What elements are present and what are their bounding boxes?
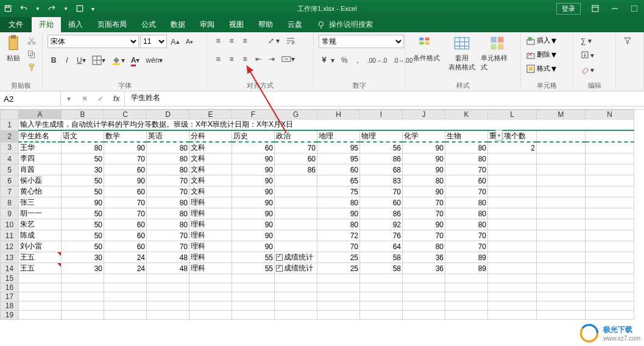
cell[interactable]: 70 [147, 175, 189, 186]
paste-button[interactable]: 粘贴 [5, 35, 22, 63]
tab-home[interactable]: 开始 [32, 17, 61, 32]
cell[interactable]: 56 [360, 142, 403, 154]
quickaccess-more-icon[interactable]: ▾ [88, 0, 98, 17]
cell[interactable]: 理科 [189, 263, 232, 274]
phonetic-button[interactable]: wén ▾ [143, 54, 165, 66]
cell-styles-button[interactable]: 单元格样式 [481, 35, 514, 72]
cell[interactable]: 黄心怡 [19, 186, 62, 197]
column-header[interactable]: E [189, 110, 232, 119]
row-header[interactable]: 14 [1, 263, 19, 274]
dedent-button[interactable]: ⇤ [252, 53, 264, 65]
cell[interactable] [488, 292, 537, 302]
cell[interactable]: 王华 [19, 142, 62, 154]
cell[interactable]: 60 [104, 219, 147, 230]
cell[interactable] [19, 283, 62, 292]
minimize-icon[interactable] [605, 0, 625, 17]
cell[interactable]: 90 [232, 230, 275, 241]
insert-function-button[interactable]: fx [108, 91, 124, 106]
cell[interactable] [275, 274, 317, 283]
cell[interactable]: 55 [232, 252, 275, 263]
row-header[interactable]: 11 [1, 230, 19, 241]
cell[interactable]: 70 [104, 154, 147, 164]
cell[interactable] [275, 283, 317, 292]
cell[interactable] [537, 292, 586, 302]
column-header[interactable]: K [445, 110, 488, 119]
number-format-select[interactable]: 常规 [319, 35, 404, 48]
row-header[interactable]: 12 [1, 241, 19, 252]
cell[interactable] [317, 311, 360, 320]
column-header[interactable]: H [317, 110, 360, 119]
cell[interactable]: 文科 [189, 154, 232, 164]
row-header[interactable]: 1 [1, 119, 19, 131]
cell[interactable] [537, 263, 586, 274]
cell[interactable] [403, 302, 445, 311]
format-cells-button[interactable]: 格式 ▾ [526, 63, 556, 74]
row-header[interactable]: 13 [1, 252, 19, 263]
cell[interactable]: 90 [232, 154, 275, 164]
cell[interactable] [586, 283, 634, 292]
cell[interactable]: 70 [317, 241, 360, 252]
cell[interactable]: 60 [360, 197, 403, 208]
cell[interactable] [537, 219, 586, 230]
cell[interactable] [445, 302, 488, 311]
cell[interactable]: 理科 [189, 197, 232, 208]
cell[interactable] [537, 241, 586, 252]
cell[interactable] [537, 175, 586, 186]
save-icon[interactable] [0, 0, 16, 17]
cell[interactable]: 70 [445, 230, 488, 241]
cell[interactable] [275, 292, 317, 302]
caret-down-icon[interactable]: ▼ [60, 0, 72, 17]
accounting-format-button[interactable]: ¥ ▾ [319, 54, 337, 66]
cell[interactable]: 70 [360, 186, 403, 197]
cell[interactable]: 70 [403, 197, 445, 208]
cell[interactable] [537, 230, 586, 241]
increase-font-button[interactable]: A▴ [168, 35, 182, 48]
cell[interactable] [317, 274, 360, 283]
cell[interactable]: 80 [445, 154, 488, 164]
ribbon-opts-icon[interactable] [586, 0, 605, 17]
cell[interactable]: 侯小磊 [19, 175, 62, 186]
cell[interactable] [488, 311, 537, 320]
tab-view[interactable]: 视图 [222, 17, 251, 32]
cell[interactable] [537, 164, 586, 175]
row-header[interactable]: 16 [1, 283, 19, 292]
insert-cells-button[interactable]: 插入 ▾ [526, 35, 556, 46]
cell[interactable]: 86 [360, 154, 403, 164]
cell[interactable] [360, 274, 403, 283]
cell[interactable] [586, 292, 634, 302]
cell[interactable]: 83 [360, 175, 403, 186]
cell[interactable]: 64 [360, 241, 403, 252]
cell[interactable] [537, 302, 586, 311]
cell[interactable]: 30 [62, 252, 104, 263]
cell[interactable] [360, 311, 403, 320]
cell[interactable] [275, 219, 317, 230]
cell[interactable]: 60 [104, 230, 147, 241]
cell[interactable] [586, 142, 634, 154]
cell[interactable]: 70 [403, 208, 445, 219]
cell[interactable] [445, 292, 488, 302]
cell[interactable]: 70 [147, 230, 189, 241]
cell[interactable] [537, 311, 586, 320]
cell[interactable] [488, 252, 537, 263]
cell[interactable]: 25 [317, 263, 360, 274]
wrap-text-button[interactable] [283, 35, 298, 47]
format-painter-button[interactable] [24, 62, 39, 74]
cell[interactable]: 24 [104, 252, 147, 263]
row-header[interactable]: 2 [1, 130, 19, 142]
row-header[interactable]: 9 [1, 208, 19, 219]
border-button[interactable]: ▾ [90, 54, 108, 66]
cell[interactable]: 75 [317, 186, 360, 197]
cell[interactable]: 50 [62, 208, 104, 219]
cell[interactable]: 90 [232, 208, 275, 219]
conditional-format-button[interactable]: 条件格式 [410, 35, 443, 63]
cell[interactable] [62, 292, 104, 302]
cell[interactable]: 76 [360, 230, 403, 241]
cell[interactable] [232, 311, 275, 320]
select-all-corner[interactable] [1, 110, 19, 119]
cell[interactable]: 89 [445, 263, 488, 274]
cell[interactable]: 80 [445, 219, 488, 230]
cell[interactable] [586, 252, 634, 263]
row-header[interactable]: 3 [1, 142, 19, 154]
cell[interactable]: 90 [403, 219, 445, 230]
column-header[interactable]: G [275, 110, 317, 119]
